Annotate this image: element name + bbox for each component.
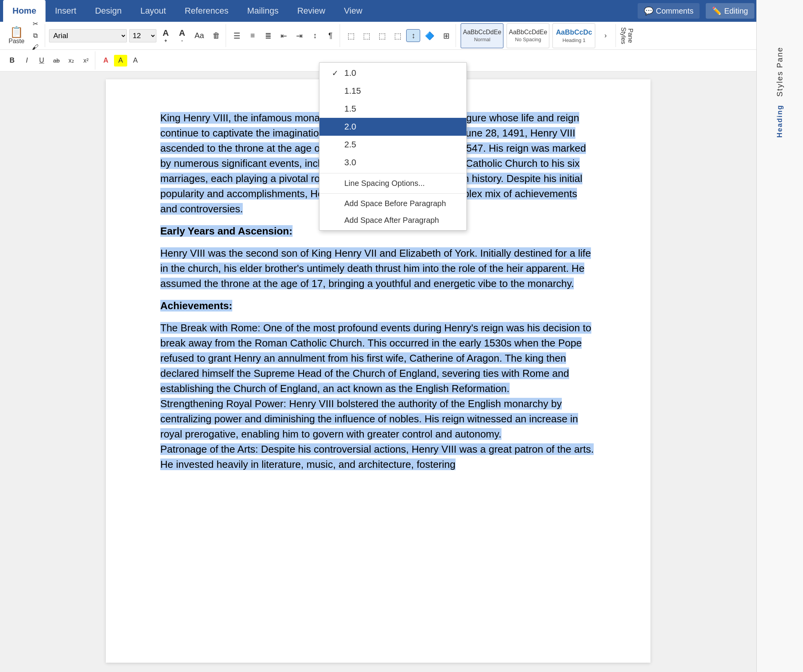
tab-mailings[interactable]: Mailings <box>238 0 288 22</box>
cut-button[interactable]: ✂ <box>28 19 42 30</box>
sort-button[interactable]: ↕ <box>308 30 322 42</box>
font-group: Arial 12 A+ A- Aa 🗑 <box>47 24 226 47</box>
pencil-icon: ✏️ <box>712 6 722 16</box>
clear-format-button[interactable]: 🗑 <box>209 30 223 42</box>
styles-pane-sidebar: Styles Pane Heading <box>756 0 803 672</box>
tab-review[interactable]: Review <box>288 0 335 22</box>
selected-heading2: Achievements: <box>160 300 232 312</box>
increase-indent-button[interactable]: ⇥ <box>292 30 306 42</box>
italic-button[interactable]: I <box>20 55 33 66</box>
add-space-after-item[interactable]: Add Space After Paragraph <box>319 212 466 229</box>
alignment-group: ⬚ ⬚ ⬚ ⬚ ↕ 🔷 ⊞ <box>342 24 456 47</box>
underline-button[interactable]: U <box>35 55 48 66</box>
menu-divider-2 <box>319 193 466 194</box>
line-spacing-options-item[interactable]: Line Spacing Options... <box>319 175 466 192</box>
comments-icon: 💬 <box>644 6 654 16</box>
font-name-select[interactable]: Arial <box>49 29 127 42</box>
selected-text-p2: Henry VIII was the second son of King He… <box>160 247 591 289</box>
menu-divider-1 <box>319 173 466 173</box>
borders-button[interactable]: ⊞ <box>439 30 453 42</box>
heading-label: Heading <box>776 105 784 138</box>
document-paragraph5[interactable]: Patronage of the Arts: Despite his contr… <box>160 442 596 472</box>
paste-button[interactable]: 📋 Paste <box>5 25 28 46</box>
document-paragraph2[interactable]: Henry VIII was the second son of King He… <box>160 246 596 291</box>
paragraph-list-group: ☰ ≡ ≣ ⇤ ⇥ ↕ ¶ <box>228 24 340 47</box>
change-case-button[interactable]: Aa <box>191 30 207 42</box>
selected-text-p5: Patronage of the Arts: Despite his contr… <box>160 443 594 470</box>
spacing-3-0-item[interactable]: 3.0 <box>319 154 466 172</box>
styles-pane-label: Styles Pane <box>775 47 784 97</box>
comments-button[interactable]: 💬 Comments <box>638 3 700 19</box>
check-icon-1-0: ✓ <box>332 68 340 78</box>
selected-text-p4: Strengthening Royal Power: Henry VIII bo… <box>160 398 578 440</box>
spacing-1-15-item[interactable]: 1.15 <box>319 82 466 100</box>
line-spacing-dropdown: ✓ 1.0 1.15 1.5 2.0 2.5 3.0 Line Spacing … <box>319 62 467 231</box>
paste-icon: 📋 <box>10 27 23 38</box>
shading-button[interactable]: 🔷 <box>422 30 438 42</box>
font-color2-button[interactable]: A <box>129 55 142 66</box>
selected-heading1: Early Years and Ascension: <box>160 225 293 237</box>
document-paragraph3[interactable]: The Break with Rome: One of the most pro… <box>160 320 596 396</box>
toolbar-row1: 📋 Paste ✂ ⧉ 🖌 Arial 12 A+ A- Aa 🗑 ☰ <box>0 22 803 50</box>
bullets-button[interactable]: ☰ <box>230 30 244 42</box>
bold-button[interactable]: B <box>5 55 19 66</box>
editing-button[interactable]: ✏️ Editing <box>706 3 754 19</box>
tab-bar: Home Insert Design Layout References Mai… <box>0 0 803 22</box>
decrease-indent-button[interactable]: ⇤ <box>277 30 291 42</box>
style-normal-card[interactable]: AaBbCcDdEe Normal <box>461 23 503 48</box>
style-heading1-card[interactable]: AaBbCcDc Heading 1 <box>552 23 595 48</box>
font-color-button[interactable]: A <box>99 55 112 66</box>
document-paragraph4[interactable]: Strengthening Royal Power: Henry VIII bo… <box>160 396 596 442</box>
text-highlight-button[interactable]: A <box>114 55 127 66</box>
tab-references[interactable]: References <box>175 0 238 22</box>
add-space-before-item[interactable]: Add Space Before Paragraph <box>319 195 466 212</box>
align-right-button[interactable]: ⬚ <box>375 30 389 42</box>
font-format-group: B I U ab x₂ x² <box>3 51 95 70</box>
tab-insert[interactable]: Insert <box>46 0 86 22</box>
subscript-button[interactable]: x₂ <box>65 55 78 66</box>
line-spacing-button[interactable]: ↕ <box>406 29 420 42</box>
tab-layout[interactable]: Layout <box>131 0 175 22</box>
document-heading2[interactable]: Achievements: <box>160 298 596 313</box>
numbering-button[interactable]: ≡ <box>245 30 259 42</box>
grow-font-button[interactable]: A+ <box>159 26 173 45</box>
copy-button[interactable]: ⧉ <box>28 30 42 41</box>
text-color-group: A A A <box>97 51 144 70</box>
styles-pane-button[interactable]: Styles Pane <box>620 24 634 47</box>
show-paragraph-button[interactable]: ¶ <box>323 30 337 42</box>
font-size-select[interactable]: 12 <box>129 29 156 42</box>
tab-design[interactable]: Design <box>86 0 131 22</box>
strikethrough-button[interactable]: ab <box>50 55 63 66</box>
styles-pane-group: Styles Pane <box>617 24 636 47</box>
superscript-button[interactable]: x² <box>79 55 93 66</box>
styles-group: AaBbCcDdEe Normal AaBbCcDdEe No Spacing … <box>458 24 616 47</box>
spacing-1-5-item[interactable]: 1.5 <box>319 100 466 118</box>
tab-view[interactable]: View <box>335 0 372 22</box>
more-styles-button[interactable]: › <box>598 30 612 41</box>
multilevel-list-button[interactable]: ≣ <box>261 30 275 42</box>
spacing-2-0-item[interactable]: 2.0 <box>319 118 466 136</box>
selected-text-p3: The Break with Rome: One of the most pro… <box>160 322 591 394</box>
align-center-button[interactable]: ⬚ <box>359 30 373 42</box>
spacing-2-5-item[interactable]: 2.5 <box>319 136 466 154</box>
ribbon-container: Home Insert Design Layout References Mai… <box>0 0 803 72</box>
style-nospacing-card[interactable]: AaBbCcDdEe No Spacing <box>507 23 549 48</box>
align-left-button[interactable]: ⬚ <box>344 30 358 42</box>
spacing-1-0-item[interactable]: ✓ 1.0 <box>319 64 466 82</box>
shrink-font-button[interactable]: A- <box>175 26 189 45</box>
justify-button[interactable]: ⬚ <box>391 30 405 42</box>
clipboard-group: 📋 Paste ✂ ⧉ 🖌 <box>3 24 45 47</box>
